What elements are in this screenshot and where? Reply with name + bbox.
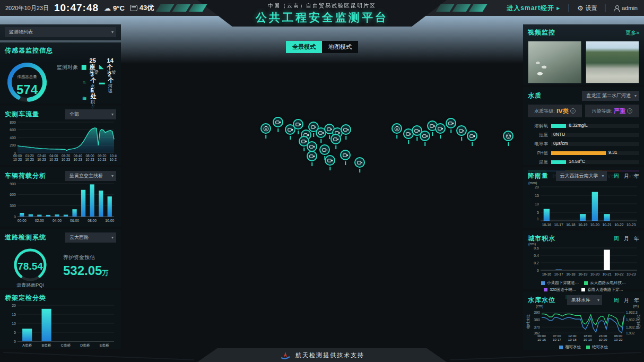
slope-icon: ◣ <box>99 63 105 70</box>
tab-month[interactable]: 月 <box>624 235 629 243</box>
svg-text:08:00: 08:00 <box>86 154 94 158</box>
load-dropdown[interactable]: 呈黄立交主线桥 <box>65 171 116 181</box>
svg-text:10-23: 10-23 <box>74 158 83 161</box>
svg-text:800: 800 <box>10 120 16 124</box>
svg-text:D类桥: D类桥 <box>80 343 90 347</box>
svg-text:05:20: 05:20 <box>62 154 70 158</box>
road-dropdown[interactable]: 云大西路 <box>65 232 116 243</box>
svg-text:600: 600 <box>10 128 16 132</box>
map-marker-camera[interactable] <box>354 157 365 168</box>
road-detection-panel: 道路检测系统 云大西路 78.54 沥青路面PQI 养护资金预估 532.05万 <box>0 229 121 288</box>
deco-stripes-right <box>438 4 485 12</box>
map-marker-camera[interactable] <box>307 151 317 161</box>
rain-unit: (mm) <box>528 181 537 185</box>
svg-text:10-17: 10-17 <box>554 223 563 227</box>
monitor-list-panel: 监测物列表 <box>0 24 121 40</box>
pqi-value: 78.54 <box>9 261 51 272</box>
tab-year[interactable]: 年 <box>634 173 639 180</box>
map-marker-camera[interactable] <box>340 150 351 160</box>
settings-button[interactable]: ⚙ 设置 <box>577 4 597 12</box>
map-marker-station[interactable] <box>503 131 514 141</box>
map-marker-camera[interactable] <box>293 119 303 130</box>
svg-text:A类桥: A类桥 <box>22 343 32 347</box>
header-right: 进入smart经开 ▸ │ ⚙ 设置 │ admin <box>507 0 638 16</box>
tab-year[interactable]: 年 <box>634 235 639 243</box>
tab-month[interactable]: 月 <box>624 173 629 180</box>
pqi-gauge: 78.54 沥青路面PQI <box>9 245 51 287</box>
map-marker-camera[interactable] <box>325 155 335 166</box>
map-marker-camera[interactable] <box>467 131 477 141</box>
tab-week[interactable]: 周 <box>614 173 619 180</box>
svg-text:10-16: 10-16 <box>542 272 552 276</box>
svg-text:10-16: 10-16 <box>542 223 552 227</box>
map-marker-camera[interactable] <box>456 125 467 136</box>
tab-year[interactable]: 年 <box>634 297 639 304</box>
video-thumbnail-2[interactable] <box>586 41 639 83</box>
svg-text:900: 900 <box>10 182 16 186</box>
svg-text:300: 300 <box>10 204 16 208</box>
flood-legend-item: 小菜园下穿隧道… <box>541 280 579 286</box>
video-thumbnail-1[interactable] <box>528 41 581 83</box>
stat-name: 河堤 <box>108 84 116 93</box>
help-icon[interactable]: ? <box>627 108 632 114</box>
water-dropdown[interactable]: 盘龙江 第二水厂河道 <box>582 91 639 101</box>
svg-text:10-17: 10-17 <box>554 272 563 276</box>
user-name: admin <box>622 5 638 11</box>
map-marker-station[interactable] <box>260 123 271 134</box>
svg-text:5: 5 <box>537 211 539 214</box>
reservoir-panel-title: 水库水位 <box>528 296 555 305</box>
reservoir-left-unit: (cm) <box>536 304 543 308</box>
svg-text:0.6: 0.6 <box>534 246 539 250</box>
monitored-objects-label: 监测对象 <box>57 59 78 71</box>
enter-smart-link[interactable]: 进入smart经开 ▸ <box>507 4 560 13</box>
svg-text:1: 1 <box>537 217 539 221</box>
map-marker-camera[interactable] <box>319 144 330 155</box>
svg-text:10-21: 10-21 <box>602 223 612 227</box>
map-marker-camera[interactable] <box>446 118 456 128</box>
tab-week[interactable]: 周 <box>614 297 619 304</box>
weather: ☁ 9°C <box>104 4 125 12</box>
svg-text:00:00: 00:00 <box>18 219 27 222</box>
tab-month[interactable]: 月 <box>624 297 629 304</box>
user-menu[interactable]: admin <box>614 5 638 11</box>
svg-text:10-16: 10-16 <box>537 338 546 341</box>
video-panel: 视频监控 更多» <box>523 24 644 85</box>
reservoir-legend: 相对水位绝对水位 <box>528 344 639 350</box>
water-metric-rows: 溶解氧8.32mg/L浊度0NTU电导率0μs/cmPH值9.31温度14.58… <box>528 122 639 167</box>
map-marker-station[interactable] <box>391 123 402 134</box>
aqi-icon <box>130 5 137 11</box>
svg-text:200: 200 <box>10 143 16 147</box>
rain-dropdown[interactable]: 云大西路云南大学 <box>556 171 607 181</box>
svg-text:400: 400 <box>10 136 16 140</box>
svg-text:08:00: 08:00 <box>88 219 97 222</box>
reservoir-dropdown[interactable]: 果林水库 <box>567 295 602 305</box>
traffic-dropdown[interactable]: 全部 <box>65 109 116 119</box>
map-mode-button[interactable]: 地图模式 <box>322 41 358 53</box>
svg-text:20: 20 <box>12 304 16 307</box>
svg-text:C类桥: C类桥 <box>61 343 71 347</box>
monitor-list-dropdown[interactable]: 监测物列表 <box>5 27 116 37</box>
flood-period-tabs: 周 月 年 <box>614 235 639 243</box>
sensor-panel-title: 传感器监控信息 <box>5 46 116 55</box>
svg-text:10-20: 10-20 <box>599 338 607 341</box>
svg-text:10-23: 10-23 <box>62 158 71 161</box>
panorama-mode-button[interactable]: 全景模式 <box>286 41 322 53</box>
reservoir-period-tabs: 周 月 年 <box>614 297 639 304</box>
stat-count: 14个 <box>107 58 116 70</box>
video-more-link[interactable]: 更多» <box>625 29 639 37</box>
sensor-total-value: 574 <box>5 82 49 97</box>
map-marker-camera[interactable] <box>273 117 283 127</box>
water-icon: ≋ <box>81 95 88 102</box>
map-marker-camera[interactable] <box>341 124 351 135</box>
map-marker-camera[interactable] <box>420 131 430 141</box>
map-marker-camera[interactable] <box>435 123 446 134</box>
sensor-stat-积水: ≋5处积水 <box>81 90 99 106</box>
map-marker-camera[interactable] <box>330 134 341 144</box>
svg-text:02:00: 02:00 <box>35 219 44 222</box>
rain-panel-title: 降雨量 <box>528 171 549 180</box>
help-icon[interactable]: ? <box>570 108 576 114</box>
map-marker-camera[interactable] <box>307 141 317 152</box>
fund-unit: 万 <box>102 269 108 277</box>
tab-week[interactable]: 周 <box>614 235 619 243</box>
reservoir-left-axis-label: 相对水位 <box>526 314 531 329</box>
